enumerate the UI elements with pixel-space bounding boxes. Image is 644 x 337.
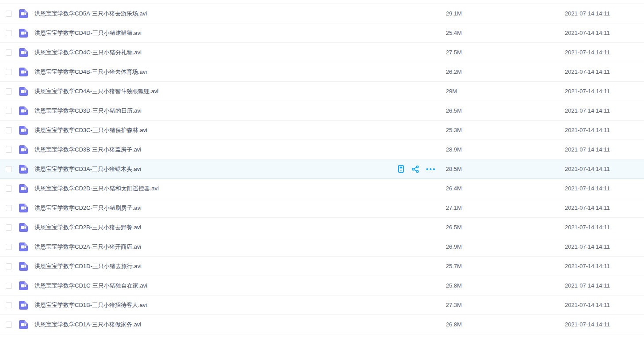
file-name[interactable]: 洪恩宝宝学数学CD2D-三只小猪和太阳遥控器.avi (34, 185, 394, 193)
file-size: 29.1M (446, 10, 565, 17)
share-button[interactable] (411, 165, 419, 174)
row-checkbox[interactable] (6, 322, 12, 328)
ellipsis-icon (426, 167, 435, 171)
file-name[interactable]: 洪恩宝宝学数学CD1A-三只小猪做家务.avi (34, 321, 394, 329)
row-checkbox[interactable] (6, 302, 12, 308)
row-checkbox[interactable] (6, 205, 12, 211)
file-size: 26.9M (446, 243, 565, 250)
file-row[interactable]: 洪恩宝宝学数学CD3D-三只小猪的日历.avi (0, 101, 644, 121)
file-size: 28.9M (446, 146, 565, 153)
file-row[interactable]: 洪恩宝宝学数学CD2C-三只小猪刷房子.avi (0, 198, 644, 218)
file-size: 26.8M (446, 321, 565, 328)
file-name[interactable]: 洪恩宝宝学数学CD2C-三只小猪刷房子.avi (34, 204, 394, 212)
row-checkbox[interactable] (6, 127, 12, 133)
file-modified: 2021-07-14 14:11 (565, 88, 644, 95)
file-modified: 2021-07-14 14:11 (565, 49, 644, 56)
file-list: 洪恩宝宝学数学CD5A-三只小猪去游乐场.avi (0, 4, 644, 334)
file-modified: 2021-07-14 14:11 (565, 185, 644, 192)
video-file-icon (19, 242, 28, 252)
row-checkbox[interactable] (6, 244, 12, 250)
file-size: 25.8M (446, 282, 565, 289)
file-name[interactable]: 洪恩宝宝学数学CD2A-三只小猪开商店.avi (34, 243, 394, 251)
save-to-device-button[interactable] (397, 165, 405, 174)
file-row[interactable]: 洪恩宝宝学数学CD3A-三只小猪锯木头.avi (0, 159, 644, 179)
file-row[interactable]: 洪恩宝宝学数学CD2D-三只小猪和太阳遥控器.avi (0, 179, 644, 198)
video-file-icon (19, 125, 28, 135)
file-name[interactable]: 洪恩宝宝学数学CD2B-三只小猪去野餐.avi (34, 223, 394, 231)
row-checkbox[interactable] (6, 30, 12, 36)
row-actions (394, 165, 446, 174)
file-modified: 2021-07-14 14:11 (565, 68, 644, 75)
row-checkbox[interactable] (6, 283, 12, 289)
file-name[interactable]: 洪恩宝宝学数学CD1B-三只小猪招待客人.avi (34, 301, 394, 309)
file-name[interactable]: 洪恩宝宝学数学CD4A-三只小猪智斗独眼狐狸.avi (34, 87, 394, 95)
video-file-icon (19, 320, 28, 329)
phone-icon (397, 165, 405, 173)
file-size: 27.5M (446, 49, 565, 56)
row-checkbox[interactable] (6, 11, 12, 17)
file-row[interactable]: 洪恩宝宝学数学CD2A-三只小猪开商店.avi (0, 237, 644, 257)
file-name[interactable]: 洪恩宝宝学数学CD4C-三只小猪分礼物.avi (34, 49, 394, 57)
file-name[interactable]: 洪恩宝宝学数学CD4D-三只小猪逮猫猫.avi (34, 29, 394, 37)
file-size: 26.2M (446, 68, 565, 75)
file-name[interactable]: 洪恩宝宝学数学CD3C-三只小猪保护森林.avi (34, 126, 394, 134)
file-row[interactable]: 洪恩宝宝学数学CD4B-三只小猪去体育场.avi (0, 62, 644, 82)
row-checkbox[interactable] (6, 69, 12, 75)
video-file-icon (19, 300, 28, 310)
file-size: 28.5M (446, 166, 565, 172)
row-checkbox[interactable] (6, 88, 12, 95)
file-name[interactable]: 洪恩宝宝学数学CD1D-三只小猪去旅行.avi (34, 262, 394, 270)
file-row[interactable]: 洪恩宝宝学数学CD2B-三只小猪去野餐.avi (0, 218, 644, 237)
video-file-icon (19, 9, 28, 19)
video-file-icon (19, 261, 28, 271)
file-size: 27.3M (446, 302, 565, 308)
row-checkbox[interactable] (6, 147, 12, 153)
file-modified: 2021-07-14 14:11 (565, 10, 644, 17)
video-file-icon (19, 87, 28, 96)
video-file-icon (19, 106, 28, 116)
file-row[interactable]: 洪恩宝宝学数学CD1A-三只小猪做家务.avi (0, 315, 644, 334)
file-modified: 2021-07-14 14:11 (565, 263, 644, 269)
file-name[interactable]: 洪恩宝宝学数学CD3B-三只小猪盖房子.avi (34, 146, 394, 154)
file-name[interactable]: 洪恩宝宝学数学CD4B-三只小猪去体育场.avi (34, 68, 394, 76)
more-button[interactable] (426, 165, 435, 174)
file-name[interactable]: 洪恩宝宝学数学CD1C-三只小猪独自在家.avi (34, 282, 394, 290)
row-checkbox[interactable] (6, 186, 12, 192)
video-file-icon (19, 223, 28, 232)
file-size: 27.1M (446, 204, 565, 211)
file-name[interactable]: 洪恩宝宝学数学CD5A-三只小猪去游乐场.avi (34, 10, 394, 18)
file-modified: 2021-07-14 14:11 (565, 321, 644, 328)
file-size: 26.5M (446, 224, 565, 231)
video-file-icon (19, 145, 28, 155)
row-checkbox[interactable] (6, 49, 12, 56)
row-checkbox[interactable] (6, 108, 12, 114)
file-modified: 2021-07-14 14:11 (565, 107, 644, 114)
file-modified: 2021-07-14 14:11 (565, 127, 644, 133)
file-row[interactable]: 洪恩宝宝学数学CD5A-三只小猪去游乐场.avi (0, 4, 644, 23)
file-name[interactable]: 洪恩宝宝学数学CD3D-三只小猪的日历.avi (34, 107, 394, 115)
video-file-icon (19, 28, 28, 38)
file-name[interactable]: 洪恩宝宝学数学CD3A-三只小猪锯木头.avi (34, 165, 394, 173)
file-modified: 2021-07-14 14:11 (565, 204, 644, 211)
file-row[interactable]: 洪恩宝宝学数学CD4D-三只小猪逮猫猫.avi (0, 23, 644, 43)
file-size: 26.4M (446, 185, 565, 192)
file-row[interactable]: 洪恩宝宝学数学CD3C-三只小猪保护森林.avi (0, 121, 644, 140)
file-size: 29M (446, 88, 565, 95)
file-row[interactable]: 洪恩宝宝学数学CD1C-三只小猪独自在家.avi (0, 276, 644, 295)
file-modified: 2021-07-14 14:11 (565, 146, 644, 153)
row-checkbox[interactable] (6, 166, 12, 172)
file-row[interactable]: 洪恩宝宝学数学CD4A-三只小猪智斗独眼狐狸.avi (0, 82, 644, 101)
share-icon (411, 165, 419, 173)
file-row[interactable]: 洪恩宝宝学数学CD3B-三只小猪盖房子.avi (0, 140, 644, 159)
row-checkbox[interactable] (6, 224, 12, 231)
file-size: 26.5M (446, 107, 565, 114)
row-checkbox[interactable] (6, 263, 12, 269)
file-row[interactable]: 洪恩宝宝学数学CD1D-三只小猪去旅行.avi (0, 257, 644, 276)
file-modified: 2021-07-14 14:11 (565, 224, 644, 231)
video-file-icon (19, 164, 28, 174)
file-modified: 2021-07-14 14:11 (565, 302, 644, 308)
file-size: 25.7M (446, 263, 565, 269)
file-row[interactable]: 洪恩宝宝学数学CD1B-三只小猪招待客人.avi (0, 295, 644, 315)
file-row[interactable]: 洪恩宝宝学数学CD4C-三只小猪分礼物.avi (0, 43, 644, 62)
video-file-icon (19, 281, 28, 291)
